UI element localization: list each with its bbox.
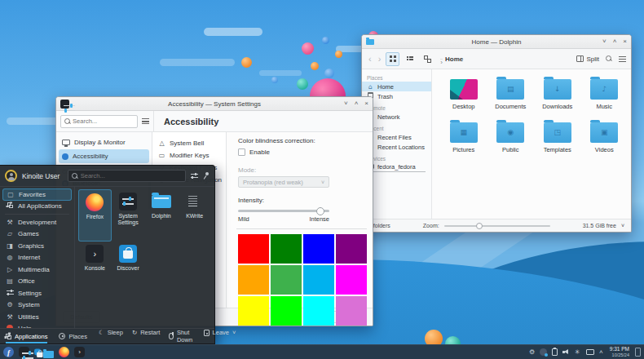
shutdown-button[interactable]: Shut Down [169,329,194,343]
fedora-menu-button[interactable]: f [3,347,14,357]
place-home[interactable]: ⌂ Home [362,82,431,91]
taskbar-system-settings[interactable] [19,347,29,357]
close-icon[interactable]: × [623,38,627,45]
minimize-icon[interactable]: ˅ [344,100,348,107]
category-multimedia[interactable]: ▷ Multimedia [0,264,74,276]
taskbar-dolphin[interactable] [43,347,54,357]
category-internet[interactable]: ◍ Internet [0,252,74,264]
search-icon[interactable] [606,55,612,62]
category-office[interactable]: ▤ Office [0,276,74,288]
category-settings[interactable]: Settings [0,287,74,299]
category-development[interactable]: ⚒ Development [0,216,74,228]
app-tile-dolphin[interactable]: Dolphin [145,189,179,242]
sidebar-item-display-monitor[interactable]: Display & Monitor [59,135,149,149]
folder-videos[interactable]: ▣ Videos [581,119,629,162]
color-swatch [336,234,367,264]
folder-icon: ▦ [450,122,478,143]
enable-checkbox[interactable] [238,148,245,156]
app-tile-system-settings[interactable]: System Settings [112,189,145,242]
category-utilities[interactable]: ⚒ Utilities [0,311,74,323]
pin-icon[interactable] [203,172,210,180]
launcher-search[interactable] [68,170,186,182]
minimize-icon[interactable]: ˅ [602,38,607,45]
taskbar-konsole[interactable]: › [74,347,85,357]
restart-button[interactable]: ↻ Restart [132,329,160,336]
peek-desktop-button[interactable] [635,348,641,357]
sleep-button[interactable]: ☾ Sleep [99,329,123,336]
zoom-slider[interactable] [444,225,550,227]
taskbar-firefox[interactable] [59,347,69,357]
color-swatch [336,265,367,295]
menu-icon[interactable] [142,118,149,124]
maximize-icon[interactable]: ˄ [613,38,617,45]
clock[interactable]: 9:31 PM 10/25/24 [610,347,629,357]
input-method-tray-icon[interactable] [540,348,547,356]
configure-icon[interactable] [191,173,198,179]
gamepad-icon: ▱ [6,230,14,237]
category-games[interactable]: ▱ Games [0,228,74,241]
app-tile-discover[interactable]: Discover [112,242,145,294]
intensity-slider[interactable] [238,210,329,212]
close-icon[interactable]: × [364,100,368,107]
network-tray-icon[interactable] [575,349,581,356]
tab-applications[interactable]: Applications [6,329,47,343]
folder-templates[interactable]: ◳ Templates [534,119,581,162]
balloon-blue [271,77,278,83]
folder-public[interactable]: ◉ Public [487,119,535,162]
tree-view-button[interactable] [420,52,434,66]
taskbar-discover[interactable] [34,348,41,355]
color-swatch [336,296,367,326]
volume-tray-icon[interactable] [562,348,570,356]
color-swatch [271,296,302,326]
icons-view-button[interactable] [386,52,399,66]
launcher-categories: ▢ Favorites All Applications ⚒ Developme… [0,187,75,328]
launcher-search-input[interactable] [81,172,182,180]
category-help[interactable]: Help [0,323,74,329]
maximize-icon[interactable]: ˄ [355,100,359,107]
tab-places[interactable]: Places [59,329,87,343]
display-tray-icon[interactable] [586,349,594,355]
zoom-slider-handle[interactable] [476,223,483,229]
settings-search[interactable] [60,115,138,128]
category-system[interactable]: ⚙ System [0,299,74,312]
folder-downloads[interactable]: ↓ Downloads [534,76,581,119]
folder-desktop[interactable]: Desktop [440,76,487,119]
free-space-chevron-icon[interactable]: ˅ [621,223,624,228]
category-favorites[interactable]: ▢ Favorites [2,188,72,201]
updates-tray-icon[interactable]: ⚙ [529,348,535,356]
folder-documents[interactable]: ▤ Documents [487,76,535,119]
tray-expand-icon[interactable]: ˄ [599,348,603,356]
clipboard-tray-icon[interactable] [552,348,558,356]
app-tile-konsole[interactable]: › Konsole [78,242,112,294]
leave-button[interactable]: Leave ˅ [204,329,236,336]
user-avatar[interactable] [5,170,17,182]
split-button[interactable]: Split [576,55,599,63]
category-graphics[interactable]: ◨ Graphics [0,240,74,252]
category-all-applications[interactable]: All Applications [0,201,74,213]
breadcrumb[interactable]: › Home [442,53,463,64]
details-view-button[interactable] [403,52,417,66]
mode-combobox[interactable]: Protanopia (red weak) ˅ [238,176,329,188]
wrench-icon: ⚒ [6,313,14,321]
color-swatch [238,265,269,295]
subitem-modifier-keys[interactable]: ▭ Modifier Keys [156,149,223,162]
sidebar-item-accessibility[interactable]: Accessibility [59,149,149,163]
search-icon [64,118,70,125]
subitem-system-bell[interactable]: △ System Bell [156,137,223,149]
dolphin-title: Home — Dolphin [362,38,631,46]
app-tile-firefox[interactable]: Firefox [78,189,112,242]
forward-icon[interactable]: › [377,55,383,63]
intensity-slider-handle[interactable] [316,207,324,215]
back-icon[interactable]: ‹ [367,55,373,63]
folder-music[interactable]: ♪ Music [581,76,629,119]
folder-pictures[interactable]: ▦ Pictures [440,119,487,162]
download-emblem-icon: ↓ [554,86,561,93]
favorites-grid: Firefox System Settings Dolphin KWrite ›… [75,187,214,328]
settings-search-input[interactable] [73,117,134,125]
app-tile-kwrite[interactable]: KWrite [178,189,211,242]
dolphin-titlebar[interactable]: Home — Dolphin ˅ ˄ × [362,35,631,49]
settings-titlebar[interactable]: Accessibility — System Settings ˅ ˄ × [56,97,373,111]
applications-grid-icon [6,334,11,339]
breadcrumb-home[interactable]: Home [445,55,463,63]
menu-icon[interactable] [619,56,626,62]
